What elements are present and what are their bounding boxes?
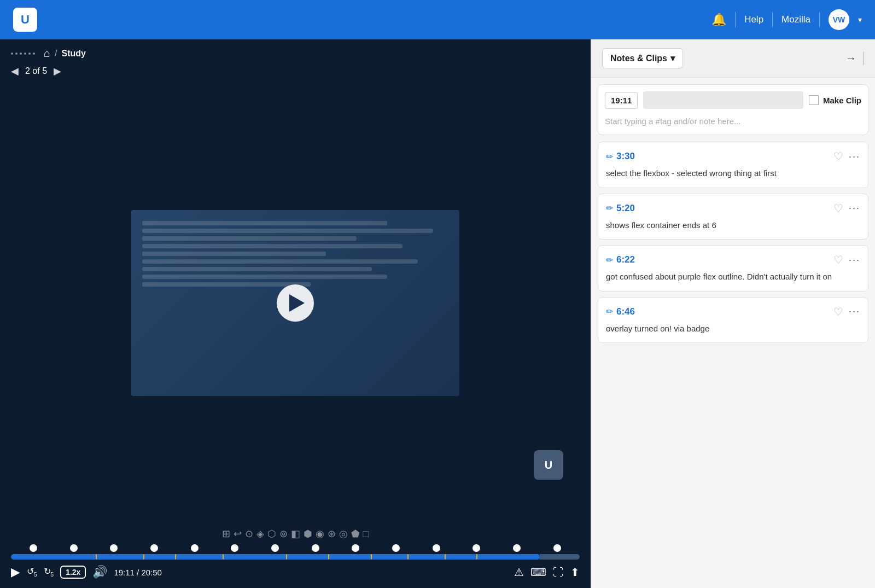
toolbar-icon-7[interactable]: ◧ [291, 528, 300, 540]
play-button[interactable] [277, 284, 314, 322]
chapter-dot[interactable] [513, 544, 521, 552]
chapter-dot[interactable] [553, 544, 561, 552]
speed-button[interactable]: 1.2x [60, 566, 86, 579]
note-edit-icon[interactable]: ✏ [606, 203, 613, 213]
toolbar-icon-1[interactable]: ⊞ [222, 528, 230, 540]
chapter-dot[interactable] [30, 544, 37, 552]
breadcrumb: ⌂ / Study [0, 39, 591, 63]
toolbar-icon-12[interactable]: ⬟ [351, 528, 360, 540]
sidebar: Notes & Clips ▾ → 19:11 Make Clip Start … [591, 39, 875, 588]
progress-fill [11, 554, 540, 560]
progress-tail [540, 554, 580, 560]
note-edit-icon[interactable]: ✏ [606, 255, 613, 265]
note-edit-icon[interactable]: ✏ [606, 152, 613, 162]
make-clip-checkbox[interactable] [809, 95, 819, 105]
note-placeholder[interactable]: Start typing a #tag and/or note here... [605, 114, 861, 128]
warning-icon[interactable]: ⚠ [514, 566, 524, 579]
notes-clips-dropdown[interactable]: Notes & Clips ▾ [602, 48, 683, 68]
toolbar-icons-row: ⊞ ↩ ⊙ ◈ ⬡ ⊚ ◧ ⬢ ◉ ⊛ ◎ ⬟ □ [0, 523, 591, 544]
chapter-dot[interactable] [70, 544, 78, 552]
keyboard-icon[interactable]: ⌨ [530, 566, 546, 579]
progress-tick [96, 554, 97, 560]
note-edit-icon[interactable]: ✏ [606, 306, 613, 317]
note-more-icon[interactable]: ··· [849, 306, 860, 317]
main-layout: ⌂ / Study ◀ 2 of 5 ▶ [0, 39, 875, 588]
note-timestamp[interactable]: 6:46 [616, 306, 833, 317]
play-control-icon[interactable]: ▶ [11, 565, 20, 579]
progress-tick [328, 554, 329, 560]
volume-icon[interactable]: 🔊 [92, 565, 107, 579]
dots-menu[interactable] [11, 53, 35, 55]
note-card-header: ✏ 6:46 ♡ ··· [606, 305, 860, 318]
note-timestamp[interactable]: 6:22 [616, 254, 833, 265]
video-text-overlay [142, 221, 448, 287]
toolbar-icon-8[interactable]: ⬢ [304, 528, 312, 540]
note-heart-icon[interactable]: ♡ [833, 150, 843, 163]
note-text: got confused about purple flex outline. … [606, 271, 860, 283]
notes-clips-label: Notes & Clips [610, 54, 667, 63]
breadcrumb-separator: / [55, 49, 57, 59]
note-text: overlay turned on! via badge [606, 323, 860, 335]
progress-tick [143, 554, 144, 560]
app-logo[interactable]: U [13, 8, 37, 32]
chapter-dot[interactable] [150, 544, 158, 552]
note-timestamp-display: 19:11 [605, 92, 638, 109]
chapter-dot[interactable] [271, 544, 279, 552]
note-text: select the flexbox - selected wrong thin… [606, 167, 860, 180]
next-arrow-icon[interactable]: ▶ [54, 65, 61, 77]
sidebar-header: Notes & Clips ▾ → [591, 39, 875, 78]
video-area: U [0, 83, 591, 523]
u-overlay-badge[interactable]: U [534, 450, 563, 480]
note-card-header: ✏ 3:30 ♡ ··· [606, 150, 860, 163]
avatar-chevron-icon[interactable]: ▾ [858, 15, 862, 24]
note-input-section: 19:11 Make Clip Start typing a #tag and/… [598, 84, 868, 135]
note-timestamp[interactable]: 3:30 [616, 151, 833, 162]
toolbar-icon-11[interactable]: ◎ [339, 528, 348, 540]
toolbar-icon-2[interactable]: ↩ [234, 528, 242, 540]
breadcrumb-home-icon[interactable]: ⌂ [44, 47, 50, 60]
toolbar-icon-3[interactable]: ⊙ [245, 528, 253, 540]
progress-tick [286, 554, 287, 560]
toolbar-icon-5[interactable]: ⬡ [267, 528, 276, 540]
notification-bell-icon[interactable]: 🔔 [711, 13, 726, 27]
fullscreen-icon[interactable]: ⛶ [553, 566, 564, 579]
chapter-dot[interactable] [231, 544, 238, 552]
video-panel: ⌂ / Study ◀ 2 of 5 ▶ [0, 39, 591, 588]
user-avatar[interactable]: VW [829, 9, 849, 30]
progress-tick [476, 554, 477, 560]
progress-tick [407, 554, 409, 560]
progress-tick [445, 554, 446, 560]
progress-tick [223, 554, 224, 560]
dropdown-chevron-icon: ▾ [670, 53, 675, 63]
note-more-icon[interactable]: ··· [849, 202, 860, 214]
chapter-dot[interactable] [110, 544, 118, 552]
note-heart-icon[interactable]: ♡ [833, 202, 843, 215]
rewind-5-button[interactable]: ↺5 [27, 566, 37, 578]
note-more-icon[interactable]: ··· [849, 254, 860, 266]
toolbar-icon-9[interactable]: ◉ [316, 528, 324, 540]
note-card-header: ✏ 5:20 ♡ ··· [606, 202, 860, 215]
video-screen[interactable] [131, 210, 459, 396]
sidebar-expand-icon[interactable]: → [845, 52, 856, 65]
chapter-dot[interactable] [352, 544, 359, 552]
toolbar-icon-10[interactable]: ⊛ [328, 528, 336, 540]
progress-tick [175, 554, 176, 560]
share-icon[interactable]: ⬆ [570, 566, 580, 579]
chapter-dot[interactable] [433, 544, 440, 552]
chapter-dot[interactable] [191, 544, 199, 552]
note-heart-icon[interactable]: ♡ [833, 253, 843, 266]
toolbar-icon-4[interactable]: ◈ [256, 528, 264, 540]
help-link[interactable]: Help [744, 14, 763, 25]
note-timestamp[interactable]: 5:20 [616, 203, 833, 214]
note-more-icon[interactable]: ··· [849, 151, 860, 162]
toolbar-icon-13[interactable]: □ [363, 528, 369, 540]
prev-arrow-icon[interactable]: ◀ [11, 65, 19, 77]
progress-bar[interactable] [11, 554, 580, 560]
forward-5-button[interactable]: ↻5 [44, 566, 54, 578]
note-time-input[interactable] [643, 91, 803, 109]
chapter-dot[interactable] [392, 544, 400, 552]
chapter-dot[interactable] [312, 544, 319, 552]
note-heart-icon[interactable]: ♡ [833, 305, 843, 318]
chapter-dot[interactable] [472, 544, 480, 552]
toolbar-icon-6[interactable]: ⊚ [279, 528, 288, 540]
